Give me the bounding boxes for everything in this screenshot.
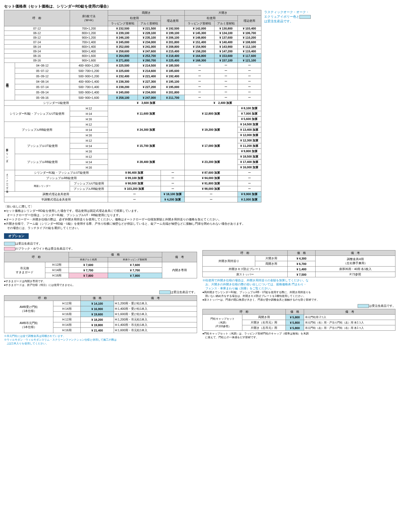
table-row: 07-14700×1,400¥ 245,000¥ 234,000¥ 201,80… xyxy=(4,40,261,45)
hdr-dim: 扉1枚寸法 （W×H） xyxy=(70,10,108,26)
page-title: セット価格表（セット価格は、シリンダーRD錠を使用の場合） xyxy=(4,4,395,9)
table-row: 08-12800×1,200¥ 239,100¥ 228,100¥ 199,10… xyxy=(4,31,261,35)
main-price-table: 呼 称 扉1枚寸法 （W×H） 両開き 片開き 柱使用 埋込使用 柱使用 埋込使… xyxy=(4,10,261,202)
table-row: 05･07-14500･700×1,400¥ 238,200¥ 227,200¥… xyxy=(4,84,261,90)
cyl-u-row: シリンダーU錠使用 ¥ 3,600 加算 ¥ 2,400 加算 xyxy=(4,100,261,106)
table-row: 09-12900×1,200¥ 246,100¥ 235,100¥ 206,10… xyxy=(4,35,261,40)
swatch-blue-icon xyxy=(358,304,369,308)
table-row: AMB受け門柱 （1本仕様）H:12用¥ 14,100H:1,200用・受け柱1… xyxy=(4,301,197,306)
swatch-blue-icon xyxy=(4,242,15,246)
option-table-1: 呼 称価 格備 考 本体アルミ色用本体ラッピング形材用 吊元側 すきまガードH:… xyxy=(4,252,197,278)
swatch-pink-icon xyxy=(4,247,15,251)
table-row: 親子仕様04･08-12400･800×1,200¥ 225,500¥ 214,… xyxy=(4,63,261,68)
hdr-single: 片開き xyxy=(184,10,261,16)
swatch-icon xyxy=(299,15,311,19)
table-row: AMB吊元門柱 （1本仕様）H:12用¥ 18,200H:1,200用・吊元柱1… xyxy=(4,317,197,322)
table-row: プッシュプルRB錠使用¥ 99,100 加算ー¥ 94,000 加算ー xyxy=(4,176,261,181)
table-row: 05･09-16500･900×1,600¥ 258,100¥ 247,000¥… xyxy=(4,95,261,100)
adj-half: 半調整式埋込金具使用 ー ¥ 4,200 加算 ー ¥ 2,000 加算 xyxy=(4,197,261,202)
hdr-both: 両開き xyxy=(108,10,184,16)
side-note: ラスティックオーク・オーク・ エクリュアイボリー色と は受注生産品です。 xyxy=(264,10,315,202)
option-table-3: 呼 称価 格備 考 外開き用持送り片開き用¥ 4,300調整金具H用（左右勝手兼… xyxy=(202,250,395,277)
table-row: 05･09-14500･900×1,400¥ 245,000¥ 234,000¥… xyxy=(4,90,261,95)
table-row: プッシュプルRB錠使用H:12¥ 24,300 加算¥ 19,200 加算¥ 1… xyxy=(4,122,261,127)
table-row: 門柱キャップセット （木調） （P.103参照）両開き用¥ 5,800吊元門柱用… xyxy=(203,315,395,320)
table-row: 08-16800×1,600¥ 264,800¥ 253,700¥ 218,40… xyxy=(4,54,261,58)
option-header: オプション xyxy=(4,233,29,239)
table-row: 09-16900×1,600¥ 271,800¥ 260,700¥ 225,40… xyxy=(4,58,261,63)
table-row: 09-14900×1,400¥ 258,600¥ 247,600¥ 215,40… xyxy=(4,49,261,54)
table-row: 05･09-12500･900×1,200¥ 232,400¥ 221,400¥… xyxy=(4,74,261,79)
table-row: 05･07-12500･700×1,200¥ 225,600¥ 214,600¥… xyxy=(4,68,261,74)
table-row: 08-14800×1,400¥ 252,000¥ 241,000¥ 208,80… xyxy=(4,45,261,49)
table-row: オートクローザー仕様シリンダーRJ錠・プッシュプルUT錠使用¥ 86,400 加… xyxy=(4,170,261,176)
notes-block: 〔拾い出しに際して〕 ●セット価格はシリンダーRD錠を使用した場合です。埋込使用… xyxy=(4,205,395,230)
table-row: シリンダーRJ錠・プッシュプルUT錠使用H:12¥ 11,600 加算¥ 12,… xyxy=(4,106,261,111)
hdr-name: 呼 称 xyxy=(4,10,70,26)
adj-full: 調整式埋込金具使用 ー ¥ 18,100 加算 ー ¥ 9,900 加算 xyxy=(4,192,261,197)
table-row: 吊元側 すきまガードH:12用¥ 7,600¥ 7,600内開き専用 xyxy=(4,262,197,268)
table-row: 両面シリンダープッシュプルUT錠使用H:12¥ 15,700 加算¥ 17,00… xyxy=(4,138,261,143)
option-table-4: 呼 称価 格備 考 門柱キャップセット （木調） （P.103参照）両開き用¥ … xyxy=(202,309,395,331)
table-row: 07-12700×1,200¥ 232,500¥ 221,500¥ 192,50… xyxy=(4,26,261,31)
swatch-blue-icon xyxy=(159,290,171,294)
table-row: 04･08-14400･800×1,400¥ 238,300¥ 227,300¥… xyxy=(4,79,261,84)
table-row: プッシュプルRB錠使用H:12¥ 28,400 加算¥ 23,200 加算¥ 1… xyxy=(4,154,261,159)
table-row: 両面シリンダープッシュプルUT錠使用¥ 90,500 加算ー¥ 91,800 加… xyxy=(4,181,261,186)
option-table-2: 呼 称価 格備 考 AMB受け門柱 （1本仕様）H:12用¥ 14,100H:1… xyxy=(4,295,197,333)
